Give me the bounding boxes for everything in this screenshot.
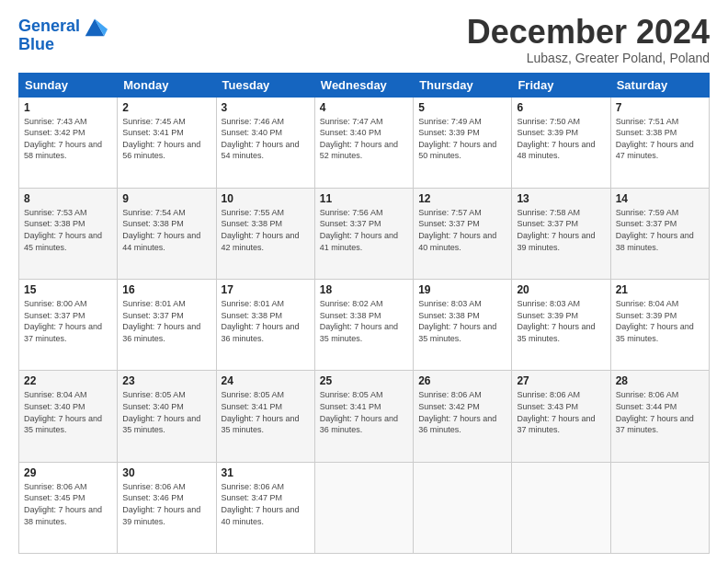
day-number: 2 bbox=[122, 101, 210, 114]
day-cell: 7Sunrise: 7:51 AMSunset: 3:38 PMDaylight… bbox=[610, 97, 709, 188]
day-detail: Sunrise: 8:01 AMSunset: 3:37 PMDaylight:… bbox=[122, 298, 210, 344]
day-number: 7 bbox=[616, 101, 704, 114]
title-area: December 2024 Lubasz, Greater Poland, Po… bbox=[467, 14, 710, 65]
header: General Blue December 2024 Lubasz, Great… bbox=[18, 14, 710, 65]
day-detail: Sunrise: 7:57 AMSunset: 3:37 PMDaylight:… bbox=[418, 207, 506, 253]
day-cell: 12Sunrise: 7:57 AMSunset: 3:37 PMDayligh… bbox=[414, 188, 512, 279]
week-row-4: 22Sunrise: 8:04 AMSunset: 3:40 PMDayligh… bbox=[19, 371, 710, 462]
column-header-sunday: Sunday bbox=[19, 73, 118, 97]
day-detail: Sunrise: 7:49 AMSunset: 3:39 PMDaylight:… bbox=[418, 116, 506, 162]
day-detail: Sunrise: 7:59 AMSunset: 3:37 PMDaylight:… bbox=[616, 207, 704, 253]
day-detail: Sunrise: 8:05 AMSunset: 3:40 PMDaylight:… bbox=[122, 389, 210, 435]
day-number: 5 bbox=[418, 101, 506, 114]
day-detail: Sunrise: 7:46 AMSunset: 3:40 PMDaylight:… bbox=[222, 116, 310, 162]
week-row-1: 1Sunrise: 7:43 AMSunset: 3:42 PMDaylight… bbox=[19, 97, 710, 188]
day-cell: 10Sunrise: 7:55 AMSunset: 3:38 PMDayligh… bbox=[216, 188, 314, 279]
day-cell: 2Sunrise: 7:45 AMSunset: 3:41 PMDaylight… bbox=[118, 97, 216, 188]
day-number: 30 bbox=[122, 466, 210, 479]
day-number: 28 bbox=[616, 374, 704, 387]
day-detail: Sunrise: 8:03 AMSunset: 3:39 PMDaylight:… bbox=[517, 298, 605, 344]
day-cell: 22Sunrise: 8:04 AMSunset: 3:40 PMDayligh… bbox=[19, 371, 118, 462]
subtitle: Lubasz, Greater Poland, Poland bbox=[467, 51, 710, 65]
calendar-header-row: SundayMondayTuesdayWednesdayThursdayFrid… bbox=[19, 73, 710, 97]
day-number: 22 bbox=[24, 374, 112, 387]
day-detail: Sunrise: 7:54 AMSunset: 3:38 PMDaylight:… bbox=[122, 207, 210, 253]
day-number: 21 bbox=[616, 283, 704, 296]
day-number: 17 bbox=[222, 283, 310, 296]
day-number: 16 bbox=[122, 283, 210, 296]
day-detail: Sunrise: 7:45 AMSunset: 3:41 PMDaylight:… bbox=[122, 116, 210, 162]
day-cell: 15Sunrise: 8:00 AMSunset: 3:37 PMDayligh… bbox=[19, 280, 118, 371]
main-title: December 2024 bbox=[467, 14, 710, 51]
day-cell bbox=[512, 462, 610, 553]
day-cell: 29Sunrise: 8:06 AMSunset: 3:45 PMDayligh… bbox=[19, 462, 118, 553]
day-cell: 20Sunrise: 8:03 AMSunset: 3:39 PMDayligh… bbox=[512, 280, 610, 371]
day-detail: Sunrise: 7:53 AMSunset: 3:38 PMDaylight:… bbox=[24, 207, 112, 253]
logo: General Blue bbox=[18, 14, 108, 54]
day-cell: 6Sunrise: 7:50 AMSunset: 3:39 PMDaylight… bbox=[512, 97, 610, 188]
day-cell: 30Sunrise: 8:06 AMSunset: 3:46 PMDayligh… bbox=[118, 462, 216, 553]
day-number: 8 bbox=[24, 192, 112, 205]
day-detail: Sunrise: 7:55 AMSunset: 3:38 PMDaylight:… bbox=[222, 207, 310, 253]
day-number: 20 bbox=[517, 283, 605, 296]
logo-icon bbox=[82, 14, 108, 40]
week-row-2: 8Sunrise: 7:53 AMSunset: 3:38 PMDaylight… bbox=[19, 188, 710, 279]
day-number: 9 bbox=[122, 192, 210, 205]
day-number: 4 bbox=[320, 101, 408, 114]
day-detail: Sunrise: 8:06 AMSunset: 3:46 PMDaylight:… bbox=[122, 481, 210, 527]
day-detail: Sunrise: 8:06 AMSunset: 3:44 PMDaylight:… bbox=[616, 389, 704, 435]
column-header-wednesday: Wednesday bbox=[314, 73, 413, 97]
day-number: 19 bbox=[418, 283, 506, 296]
day-cell: 14Sunrise: 7:59 AMSunset: 3:37 PMDayligh… bbox=[610, 188, 709, 279]
day-number: 18 bbox=[320, 283, 408, 296]
day-number: 11 bbox=[320, 192, 408, 205]
calendar: SundayMondayTuesdayWednesdayThursdayFrid… bbox=[18, 73, 710, 554]
day-cell: 11Sunrise: 7:56 AMSunset: 3:37 PMDayligh… bbox=[314, 188, 413, 279]
week-row-3: 15Sunrise: 8:00 AMSunset: 3:37 PMDayligh… bbox=[19, 280, 710, 371]
day-detail: Sunrise: 8:01 AMSunset: 3:38 PMDaylight:… bbox=[222, 298, 310, 344]
column-header-monday: Monday bbox=[118, 73, 216, 97]
day-number: 13 bbox=[517, 192, 605, 205]
day-detail: Sunrise: 8:05 AMSunset: 3:41 PMDaylight:… bbox=[320, 389, 408, 435]
day-number: 23 bbox=[122, 374, 210, 387]
day-detail: Sunrise: 8:04 AMSunset: 3:40 PMDaylight:… bbox=[24, 389, 112, 435]
day-cell: 9Sunrise: 7:54 AMSunset: 3:38 PMDaylight… bbox=[118, 188, 216, 279]
day-cell: 16Sunrise: 8:01 AMSunset: 3:37 PMDayligh… bbox=[118, 280, 216, 371]
column-header-thursday: Thursday bbox=[414, 73, 512, 97]
day-cell: 5Sunrise: 7:49 AMSunset: 3:39 PMDaylight… bbox=[414, 97, 512, 188]
column-header-saturday: Saturday bbox=[610, 73, 709, 97]
day-detail: Sunrise: 8:06 AMSunset: 3:42 PMDaylight:… bbox=[418, 389, 506, 435]
day-cell: 18Sunrise: 8:02 AMSunset: 3:38 PMDayligh… bbox=[314, 280, 413, 371]
day-number: 25 bbox=[320, 374, 408, 387]
day-number: 15 bbox=[24, 283, 112, 296]
day-number: 6 bbox=[517, 101, 605, 114]
column-header-friday: Friday bbox=[512, 73, 610, 97]
day-detail: Sunrise: 8:05 AMSunset: 3:41 PMDaylight:… bbox=[222, 389, 310, 435]
day-cell: 27Sunrise: 8:06 AMSunset: 3:43 PMDayligh… bbox=[512, 371, 610, 462]
day-detail: Sunrise: 8:06 AMSunset: 3:43 PMDaylight:… bbox=[517, 389, 605, 435]
day-detail: Sunrise: 7:58 AMSunset: 3:37 PMDaylight:… bbox=[517, 207, 605, 253]
day-cell bbox=[610, 462, 709, 553]
day-cell: 17Sunrise: 8:01 AMSunset: 3:38 PMDayligh… bbox=[216, 280, 314, 371]
day-number: 24 bbox=[222, 374, 310, 387]
day-cell bbox=[414, 462, 512, 553]
day-cell: 23Sunrise: 8:05 AMSunset: 3:40 PMDayligh… bbox=[118, 371, 216, 462]
day-number: 27 bbox=[517, 374, 605, 387]
day-detail: Sunrise: 7:43 AMSunset: 3:42 PMDaylight:… bbox=[24, 116, 112, 162]
day-cell bbox=[314, 462, 413, 553]
day-detail: Sunrise: 7:56 AMSunset: 3:37 PMDaylight:… bbox=[320, 207, 408, 253]
column-header-tuesday: Tuesday bbox=[216, 73, 314, 97]
day-detail: Sunrise: 8:02 AMSunset: 3:38 PMDaylight:… bbox=[320, 298, 408, 344]
day-number: 10 bbox=[222, 192, 310, 205]
day-number: 12 bbox=[418, 192, 506, 205]
day-number: 1 bbox=[24, 101, 112, 114]
day-detail: Sunrise: 8:04 AMSunset: 3:39 PMDaylight:… bbox=[616, 298, 704, 344]
day-detail: Sunrise: 7:47 AMSunset: 3:40 PMDaylight:… bbox=[320, 116, 408, 162]
day-number: 3 bbox=[222, 101, 310, 114]
day-cell: 25Sunrise: 8:05 AMSunset: 3:41 PMDayligh… bbox=[314, 371, 413, 462]
day-cell: 19Sunrise: 8:03 AMSunset: 3:38 PMDayligh… bbox=[414, 280, 512, 371]
day-detail: Sunrise: 7:51 AMSunset: 3:38 PMDaylight:… bbox=[616, 116, 704, 162]
day-number: 31 bbox=[222, 466, 310, 479]
day-cell: 8Sunrise: 7:53 AMSunset: 3:38 PMDaylight… bbox=[19, 188, 118, 279]
day-detail: Sunrise: 8:06 AMSunset: 3:45 PMDaylight:… bbox=[24, 481, 112, 527]
